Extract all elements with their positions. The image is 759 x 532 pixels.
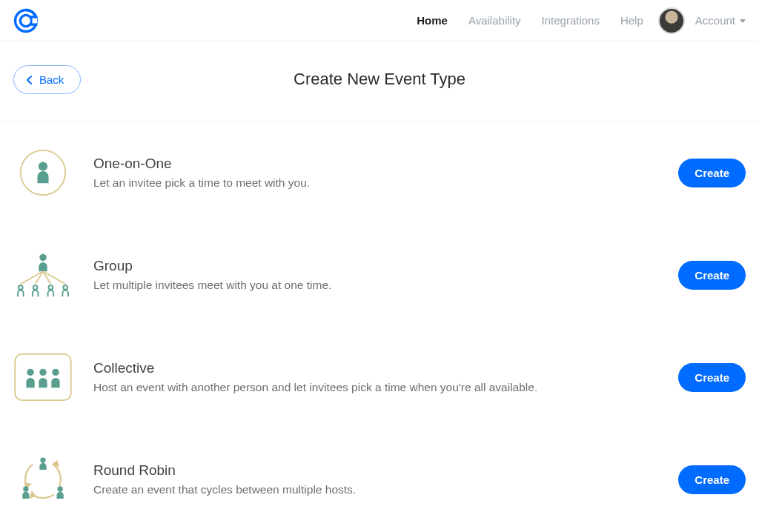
event-title: Group [93,258,678,274]
back-label: Back [39,73,64,86]
svg-point-11 [27,369,33,376]
one-on-one-icon [13,147,73,199]
svg-rect-10 [15,354,70,400]
nav-home[interactable]: Home [417,14,448,27]
create-button-one-on-one[interactable]: Create [678,159,746,187]
svg-point-15 [23,486,28,491]
nav-availability[interactable]: Availability [468,14,521,27]
back-button[interactable]: Back [13,65,81,94]
round-robin-icon [13,453,73,505]
event-title: Round Robin [93,462,678,479]
svg-point-12 [39,369,46,376]
svg-point-1 [20,15,31,26]
event-description: Host an event with another person and le… [93,381,678,394]
svg-point-6 [19,285,23,290]
create-button-collective[interactable]: Create [678,363,746,392]
nav-integrations[interactable]: Integrations [542,14,600,27]
create-button-group[interactable]: Create [678,261,746,290]
brand-logo-icon[interactable] [13,8,39,33]
page-title: Create New Event Type [294,70,465,89]
account-menu[interactable]: Account [695,14,746,27]
svg-point-4 [39,162,47,170]
svg-point-9 [63,285,67,290]
svg-point-5 [39,254,46,261]
event-title: One-on-One [93,156,678,172]
account-label: Account [695,14,735,27]
event-type-list: One-on-One Let an invitee pick a time to… [0,122,759,531]
svg-point-7 [33,285,38,290]
event-title: Collective [93,360,678,376]
svg-point-8 [49,285,53,290]
svg-point-13 [52,369,59,376]
nav-links: Home Availability Integrations Help [417,14,643,27]
svg-point-14 [40,457,45,462]
event-description: Create an event that cycles between mult… [93,483,678,496]
chevron-down-icon [740,19,746,23]
event-row-group: Group Let multiple invitees meet with yo… [13,224,746,326]
event-row-collective: Collective Host an event with another pe… [13,326,746,428]
svg-point-16 [57,486,62,491]
event-description: Let an invitee pick a time to meet with … [93,176,678,190]
top-nav: Home Availability Integrations Help Acco… [0,0,759,41]
event-description: Let multiple invitees meet with you at o… [93,279,678,292]
page-header: Back Create New Event Type [0,41,759,122]
nav-help[interactable]: Help [620,14,643,27]
group-icon [13,249,73,301]
chevron-left-icon [26,76,33,84]
event-row-round-robin: Round Robin Create an event that cycles … [13,428,746,531]
create-button-round-robin[interactable]: Create [678,465,746,494]
avatar[interactable] [658,7,685,34]
event-row-one-on-one: One-on-One Let an invitee pick a time to… [13,122,746,224]
collective-icon [13,351,73,403]
